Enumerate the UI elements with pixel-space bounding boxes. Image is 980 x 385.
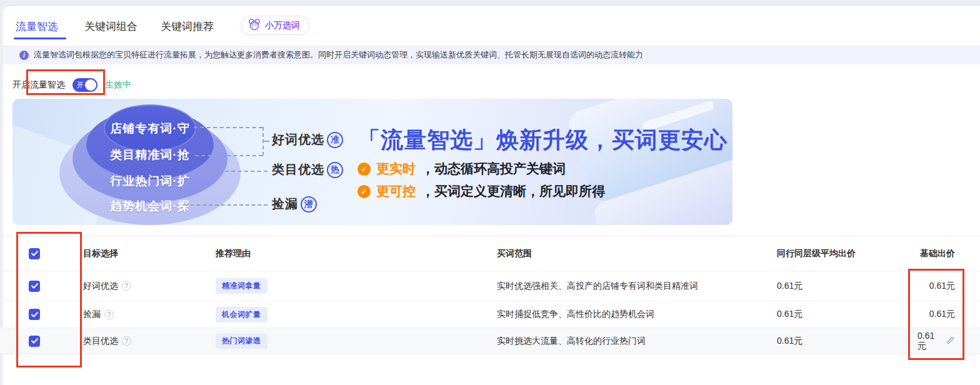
row-target-label: 好词优选	[83, 281, 118, 292]
select-all-checkbox[interactable]	[29, 248, 40, 259]
row-base-bid: 0.61元	[918, 331, 942, 352]
funnel-label-shop-words: 店铺专有词·守	[81, 121, 219, 137]
bullet-text: ，动态循环高投产关键词	[421, 160, 566, 178]
reason-badge: 热门词渗透	[216, 333, 268, 349]
targets-table: 目标选择 推荐理由 买词范围 同行同层级平均出价 基础出价 好词优选 ? 精准词…	[0, 236, 980, 354]
tab-bar: 流量智选 关键词组合 关键词推荐 小万选词	[3, 6, 980, 46]
callout-dash-line	[262, 141, 269, 142]
reason-badge: 机会词扩量	[216, 307, 268, 322]
funnel-label-trend-opportunity-words: 趋势机会词·探	[81, 198, 219, 214]
enable-row: 开启流量智选 开 生效中	[12, 78, 131, 92]
status-badge: 生效中	[105, 79, 131, 91]
funnel-label-industry-hot-words: 行业热门词·扩	[81, 173, 219, 189]
callout-dash-line	[194, 127, 262, 128]
col-header-base-bid: 基础出价	[918, 248, 980, 259]
callout-tag-ring: 准	[327, 132, 343, 148]
traffic-smart-select-toggle[interactable]: 开	[72, 78, 98, 92]
row-peer-avg-bid: 0.61元	[777, 336, 918, 347]
toggle-knob	[85, 79, 96, 91]
row-peer-avg-bid: 0.61元	[777, 309, 918, 320]
callout-label: 捡漏	[272, 196, 298, 212]
tab-traffic-smart-select[interactable]: 流量智选	[16, 18, 58, 36]
row-scope-text: 实时挑选大流量、高转化的行业热门词	[497, 336, 777, 347]
col-header-scope: 买词范围	[497, 248, 777, 259]
promo-banner: 店铺专有词·守 类目精准词·抢 行业热门词·扩 趋势机会词·探 好词优选 准 类…	[12, 99, 732, 225]
tab-keyword-combination[interactable]: 关键词组合	[84, 18, 138, 36]
callout-good-words: 好词优选 准	[272, 131, 343, 148]
col-header-reason: 推荐理由	[216, 248, 497, 259]
question-icon[interactable]: ?	[122, 281, 131, 291]
callout-category-select: 类目优选 热	[272, 161, 343, 178]
toggle-on-text: 开	[77, 81, 84, 89]
traffic-smart-select-page: 流量智选 关键词组合 关键词推荐 小万选词 i 流量智选词包根	[0, 0, 980, 385]
enable-label: 开启流量智选	[12, 79, 65, 91]
bullet-highlight: 更实时	[376, 160, 416, 178]
bullet-text: ，买词定义更清晰，所见即所得	[421, 182, 605, 200]
col-header-peer-avg-bid: 同行同层级平均出价	[777, 248, 918, 259]
row-scope-text: 实时捕捉低竞争、高性价比的趋势机会词	[497, 309, 777, 320]
row-base-bid: 0.61元	[929, 281, 955, 292]
xiaowan-word-picker-button[interactable]: 小万选词	[241, 16, 309, 35]
row-target-label: 类目优选	[83, 336, 118, 347]
check-circle-icon: ✓	[358, 162, 371, 176]
callout-label: 类目优选	[272, 161, 324, 178]
bullet-highlight: 更可控	[376, 182, 416, 200]
table-row: 类目优选 ? 热门词渗透 实时挑选大流量、高转化的行业热门词 0.61元 0.6…	[0, 328, 980, 354]
callout-label: 好词优选	[272, 131, 324, 148]
row-checkbox[interactable]	[29, 309, 40, 320]
row-peer-avg-bid: 0.61元	[777, 281, 918, 292]
callout-tag-ring: 潜	[301, 196, 317, 212]
row-checkbox[interactable]	[29, 336, 40, 347]
table-row: 好词优选 ? 精准词拿量 实时优选强相关、高投产的店铺专有词和类目精准词 0.6…	[0, 271, 980, 301]
table-header-row: 目标选择 推荐理由 买词范围 同行同层级平均出价 基础出价	[0, 236, 980, 271]
row-target-label: 捡漏	[83, 309, 101, 320]
row-scope-text: 实时优选强相关、高投产的店铺专有词和类目精准词	[497, 281, 777, 292]
reason-badge: 精准词拿量	[216, 278, 268, 294]
banner-headline: 「流量智选」焕新升级，买词更安心	[358, 125, 728, 156]
banner-bullet-controllable: ✓ 更可控 ，买词定义更清晰，所见即所得	[358, 182, 605, 200]
notice-bar: i 流量智选词包根据您的宝贝特征进行流量拓展，为您触达更多消费者搜索意图。同时开…	[3, 46, 980, 64]
tab-keyword-recommendation[interactable]: 关键词推荐	[161, 18, 214, 36]
callout-dash-line	[184, 204, 268, 206]
row-checkbox[interactable]	[29, 281, 40, 292]
question-icon[interactable]: ?	[104, 310, 114, 319]
callout-bargain: 捡漏 潜	[272, 196, 317, 212]
check-circle-icon: ✓	[358, 185, 371, 198]
question-icon[interactable]: ?	[122, 336, 131, 346]
notice-text: 流量智选词包根据您的宝贝特征进行流量拓展，为您触达更多消费者搜索意图。同时开启关…	[34, 49, 643, 61]
active-tab-underline	[14, 38, 66, 39]
callout-tag-ring: 热	[327, 162, 343, 178]
callout-dash-line	[195, 155, 262, 156]
row-base-bid: 0.61元	[929, 309, 955, 320]
info-icon: i	[19, 51, 29, 60]
mouse-icon	[248, 18, 261, 34]
edit-pencil-icon[interactable]	[946, 336, 955, 346]
col-header-target: 目标选择	[83, 248, 216, 259]
xiaowan-button-label: 小万选词	[265, 20, 300, 31]
banner-bullet-realtime: ✓ 更实时 ，动态循环高投产关键词	[358, 160, 566, 178]
table-row: 捡漏 ? 机会词扩量 实时捕捉低竞争、高性价比的趋势机会词 0.61元 0.61…	[0, 301, 980, 328]
callout-dash-line	[192, 171, 268, 172]
